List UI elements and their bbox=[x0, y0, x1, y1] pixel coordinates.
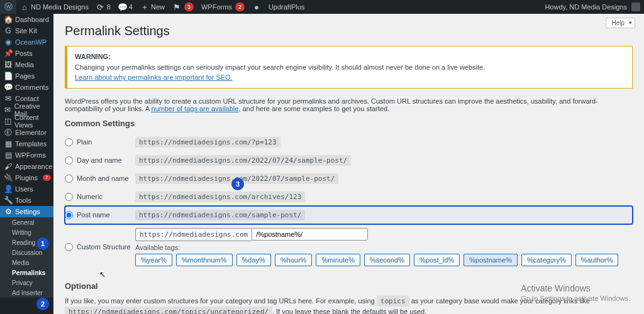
wpforms-link[interactable]: WPForms2 bbox=[197, 0, 248, 14]
structure-option-dayname[interactable]: Day and name bbox=[65, 156, 135, 165]
tags-help-link[interactable]: number of tags are available bbox=[152, 105, 239, 112]
submenu-item-general[interactable]: General bbox=[8, 217, 53, 227]
howdy-link[interactable]: Howdy, ND Media Designs bbox=[541, 0, 644, 14]
extra[interactable]: ● bbox=[248, 0, 265, 14]
sidebar-item-appearance[interactable]: 🖌Appearance bbox=[0, 161, 53, 172]
sidebar-item-site-kit[interactable]: GSite Kit bbox=[0, 25, 53, 36]
structure-label: Custom Structure bbox=[77, 243, 131, 251]
structure-radio-numeric[interactable] bbox=[65, 193, 73, 201]
structure-label: Month and name bbox=[77, 175, 129, 182]
updraft-link[interactable]: UpdraftPlus bbox=[265, 0, 308, 14]
submenu-item-permalinks[interactable]: Permalinks bbox=[8, 268, 53, 278]
new-link[interactable]: +New bbox=[136, 0, 169, 14]
submenu-item-ad-inserter[interactable]: Ad Inserter bbox=[8, 288, 53, 298]
submenu-item-discussion[interactable]: Discussion bbox=[8, 247, 53, 257]
structure-row-monthname: Month and namehttps://ndmediadesigns.com… bbox=[65, 170, 633, 188]
menu-icon: 👤 bbox=[4, 185, 12, 193]
tag-day[interactable]: %day% bbox=[236, 254, 271, 266]
flag-icon: ⚑ bbox=[172, 3, 181, 12]
tag-second[interactable]: %second% bbox=[364, 254, 410, 266]
help-tab[interactable]: Help bbox=[606, 18, 635, 28]
structure-row-numeric: Numerichttps://ndmediadesigns.com/archiv… bbox=[65, 188, 633, 206]
wpforms-label: WPForms bbox=[201, 3, 232, 11]
sidebar-item-dashboard[interactable]: 🏠Dashboard bbox=[0, 14, 53, 25]
menu-label: Tools bbox=[15, 197, 31, 204]
wordpress-icon: ⓦ bbox=[4, 1, 13, 13]
sidebar-item-plugins[interactable]: 🔌Plugins7 bbox=[0, 172, 53, 183]
wp-logo[interactable]: ⓦ bbox=[0, 0, 16, 14]
submenu-label: Permalinks bbox=[12, 269, 45, 276]
settings-submenu: GeneralWritingReadingDiscussionMediaPerm… bbox=[0, 217, 53, 298]
comments-link[interactable]: 💬4 bbox=[114, 0, 136, 14]
tag-year[interactable]: %year% bbox=[135, 254, 172, 266]
structure-radio-plain[interactable] bbox=[65, 138, 73, 146]
sidebar-item-wpforms[interactable]: ▤WPForms bbox=[0, 149, 53, 161]
notify[interactable]: ⚑3 bbox=[169, 0, 197, 14]
sidebar-item-pages[interactable]: 📄Pages bbox=[0, 70, 53, 82]
tag-hour[interactable]: %hour% bbox=[275, 254, 313, 266]
intro-text: WordPress offers you the ability to crea… bbox=[65, 97, 633, 112]
tag-author[interactable]: %author% bbox=[575, 254, 619, 266]
sidebar-item-templates[interactable]: ▦Templates bbox=[0, 138, 53, 149]
submenu-item-privacy[interactable]: Privacy bbox=[8, 278, 53, 288]
sidebar-item-posts[interactable]: 📌Posts bbox=[0, 48, 53, 59]
menu-icon: ▦ bbox=[4, 139, 12, 148]
menu-badge: 7 bbox=[43, 175, 50, 181]
sidebar-item-comments[interactable]: 💬Comments4 bbox=[0, 82, 53, 93]
menu-icon: ◉ bbox=[4, 38, 12, 46]
sidebar-item-content-views[interactable]: ◫Content Views bbox=[0, 116, 53, 127]
structure-radio-dayname[interactable] bbox=[65, 156, 73, 165]
structure-radio-custom[interactable] bbox=[65, 243, 73, 251]
menu-label: WPForms bbox=[15, 151, 46, 159]
updates-link[interactable]: ⟳8 bbox=[92, 0, 114, 14]
submenu-label: Writing bbox=[12, 229, 31, 236]
custom-structure-input[interactable] bbox=[252, 228, 368, 241]
structure-label: Plain bbox=[77, 138, 92, 146]
sidebar-item-settings[interactable]: ⚙Settings bbox=[0, 206, 53, 217]
sidebar-item-media[interactable]: 🖼Media bbox=[0, 59, 53, 70]
structure-row-plain: Plainhttps://ndmediadesigns.com/?p=123 bbox=[65, 133, 633, 151]
menu-label: Site Kit bbox=[15, 27, 37, 35]
sidebar-item-oceanwp[interactable]: ◉OceanWP bbox=[0, 36, 53, 48]
menu-label: Posts bbox=[15, 50, 33, 57]
sidebar-item-users[interactable]: 👤Users bbox=[0, 183, 53, 195]
site-name: ND Media Designs bbox=[31, 3, 89, 11]
tag-minute[interactable]: %minute% bbox=[316, 254, 360, 266]
permalink-structures: Plainhttps://ndmediadesigns.com/?p=123Da… bbox=[65, 133, 633, 270]
structure-option-numeric[interactable]: Numeric bbox=[65, 193, 135, 201]
update-icon: ⟳ bbox=[96, 3, 105, 12]
structure-radio-postname[interactable] bbox=[65, 211, 73, 219]
menu-icon: 🖌 bbox=[4, 162, 12, 171]
tag-postname[interactable]: %postname% bbox=[464, 254, 518, 266]
structure-radio-monthname[interactable] bbox=[65, 175, 73, 183]
structure-row-custom: Custom Structurehttps://ndmediadesigns.c… bbox=[65, 224, 633, 270]
structure-row-dayname: Day and namehttps://ndmediadesigns.com/2… bbox=[65, 151, 633, 170]
submenu-item-writing[interactable]: Writing bbox=[8, 227, 53, 237]
tag-post_id[interactable]: %post_id% bbox=[414, 254, 460, 266]
menu-label: Pages bbox=[15, 72, 35, 80]
menu-icon: ✉ bbox=[4, 106, 11, 114]
tag-category[interactable]: %category% bbox=[521, 254, 572, 266]
menu-icon: 🏠 bbox=[4, 15, 12, 24]
menu-label: Comments bbox=[15, 84, 48, 91]
structure-option-monthname[interactable]: Month and name bbox=[65, 175, 135, 183]
structure-option-plain[interactable]: Plain bbox=[65, 138, 135, 146]
site-link[interactable]: ⌂ND Media Designs bbox=[16, 0, 92, 14]
menu-icon: G bbox=[4, 26, 12, 35]
menu-icon: ◫ bbox=[4, 117, 11, 126]
warning-head: WARNING: bbox=[75, 51, 625, 62]
updraft-label: UpdraftPlus bbox=[269, 3, 304, 11]
sidebar-item-tools[interactable]: 🔧Tools bbox=[0, 195, 53, 206]
submenu-item-media[interactable]: Media bbox=[8, 257, 53, 268]
annotation-marker-1: 1 bbox=[36, 237, 49, 250]
menu-icon: Ⓔ bbox=[4, 127, 12, 138]
tag-monthnum[interactable]: %monthnum% bbox=[176, 254, 233, 266]
structure-option-postname[interactable]: Post name bbox=[65, 211, 135, 219]
menu-label: Elementor bbox=[15, 129, 47, 136]
submenu-label: Ad Inserter bbox=[12, 290, 43, 296]
warning-link[interactable]: Learn about why permalinks are important… bbox=[75, 73, 233, 81]
admin-sidebar: 🏠DashboardGSite Kit◉OceanWP📌Posts🖼Media📄… bbox=[0, 14, 53, 314]
structure-option-custom[interactable]: Custom Structure bbox=[65, 243, 135, 251]
comments-count: 4 bbox=[129, 3, 133, 11]
sidebar-item-elementor[interactable]: ⒺElementor bbox=[0, 127, 53, 138]
